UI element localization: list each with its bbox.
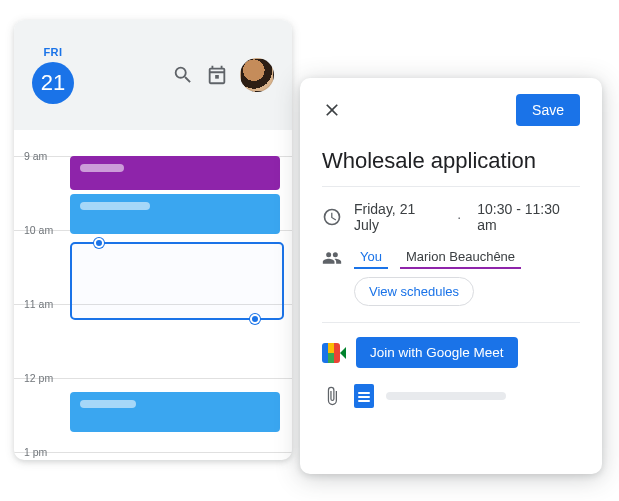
day-number: 21 <box>32 62 74 104</box>
join-meet-button[interactable]: Join with Google Meet <box>356 337 518 368</box>
view-schedules-button[interactable]: View schedules <box>354 277 474 306</box>
event-block-blue-1[interactable] <box>70 194 280 234</box>
event-title[interactable]: Wholesale application <box>322 148 580 174</box>
hour-label: 10 am <box>24 224 53 236</box>
event-title-placeholder <box>80 202 150 210</box>
event-title-placeholder <box>80 164 124 172</box>
guest-pill-marion[interactable]: Marion Beauchêne <box>400 247 521 269</box>
hour-label: 11 am <box>24 298 53 310</box>
drag-handle-start[interactable] <box>94 238 104 248</box>
svg-rect-0 <box>215 75 219 79</box>
event-block-blue-2[interactable] <box>70 392 280 432</box>
avatar[interactable] <box>240 58 274 92</box>
panel-header: Save <box>322 94 580 126</box>
search-icon[interactable] <box>172 64 194 86</box>
clock-icon <box>322 207 342 227</box>
event-title-placeholder <box>80 400 136 408</box>
calendar-header: FRI 21 <box>14 20 292 130</box>
hour-label: 9 am <box>24 150 47 162</box>
hour-line-1: 1 pm <box>14 452 292 453</box>
meet-row: Join with Google Meet <box>322 337 580 368</box>
hour-label: 1 pm <box>24 446 47 458</box>
event-block-purple[interactable] <box>70 156 280 190</box>
drag-handle-end[interactable] <box>250 314 260 324</box>
guest-pill-you[interactable]: You <box>354 247 388 269</box>
close-icon[interactable] <box>322 100 342 120</box>
divider <box>322 322 580 323</box>
save-button[interactable]: Save <box>516 94 580 126</box>
calendar-card: FRI 21 9 am 10 am 11 am 12 pm 1 pm <box>14 20 292 460</box>
today-icon[interactable] <box>206 64 228 86</box>
attachment-icon <box>322 386 342 406</box>
datetime-row[interactable]: Friday, 21 July · 10:30 - 11:30 am <box>322 201 580 233</box>
attachment-row[interactable] <box>322 384 580 408</box>
event-time: 10:30 - 11:30 am <box>477 201 580 233</box>
hour-line-12: 12 pm <box>14 378 292 379</box>
day-abbr: FRI <box>32 46 74 58</box>
google-doc-icon[interactable] <box>354 384 374 408</box>
day-column[interactable]: FRI 21 <box>32 46 74 104</box>
calendar-grid[interactable]: 9 am 10 am 11 am 12 pm 1 pm <box>14 130 292 460</box>
google-meet-icon <box>322 343 346 363</box>
attachment-name-placeholder <box>386 392 506 400</box>
event-date: Friday, 21 July <box>354 201 441 233</box>
event-panel: Save Wholesale application Friday, 21 Ju… <box>300 78 602 474</box>
people-icon <box>322 248 342 268</box>
guests-row[interactable]: You Marion Beauchêne <box>322 247 580 269</box>
time-selection[interactable] <box>70 242 284 320</box>
divider <box>322 186 580 187</box>
hour-label: 12 pm <box>24 372 53 384</box>
dot-separator: · <box>457 209 461 225</box>
